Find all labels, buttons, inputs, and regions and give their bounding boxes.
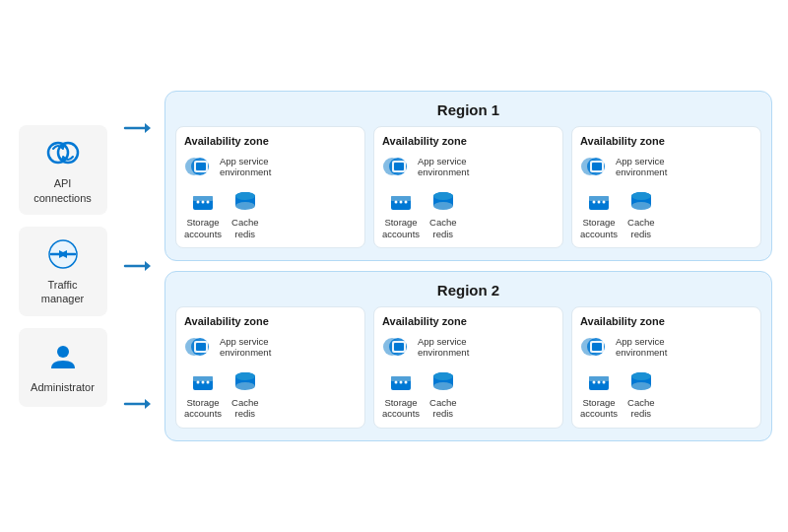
svg-point-35	[395, 201, 398, 204]
svg-point-92	[631, 382, 651, 390]
storage-item-1c: Storageaccounts	[580, 188, 618, 239]
cache-icon-1c	[628, 188, 654, 214]
zone-1a-bottom: Storageaccounts Cacheredis	[184, 188, 357, 239]
svg-point-62	[202, 381, 205, 384]
svg-rect-47	[589, 196, 609, 201]
svg-rect-71	[394, 343, 404, 351]
zone-2c-app-service-label: App serviceenvironment	[616, 336, 667, 359]
administrator-icon	[45, 339, 81, 374]
sidebar-item-traffic-manager: Trafficmanager	[19, 227, 107, 316]
svg-marker-11	[145, 123, 151, 133]
svg-point-80	[433, 372, 453, 380]
cache-item-2c: Cacheredis	[627, 368, 654, 420]
cache-label-2b: Cacheredis	[429, 397, 456, 420]
svg-rect-73	[391, 376, 411, 381]
svg-point-76	[405, 381, 408, 384]
zone-1b-app-service-label: App serviceenvironment	[418, 156, 469, 178]
storage-icon-2c	[586, 368, 612, 394]
storage-icon-2b	[388, 368, 414, 394]
svg-rect-32	[394, 163, 404, 170]
zone-1b-title: Availability zone	[382, 135, 555, 147]
svg-point-48	[593, 201, 596, 204]
zone-2c-bottom: Storageaccounts Cacheredis	[580, 368, 753, 420]
storage-item-2b: Storageaccounts	[382, 368, 420, 420]
storage-icon-1c	[586, 188, 612, 214]
zone-2a-top: App serviceenvironment	[184, 333, 357, 361]
zone-2a-bottom: Storageaccounts Cacheredis	[184, 368, 357, 420]
svg-point-41	[433, 192, 453, 200]
zone-1b: Availability zone App serviceenvironment	[373, 126, 563, 248]
sidebar: APIconnections Trafficmanager	[16, 125, 109, 406]
region1-zones: Availability zone App serviceenvironment	[175, 126, 761, 248]
svg-marker-15	[145, 399, 151, 409]
svg-point-75	[400, 381, 403, 384]
zone-2c: Availability zone App serviceenvironment	[571, 306, 761, 429]
zone-1b-bottom: Storageaccounts Cacheredis	[382, 188, 555, 239]
cache-item-1c: Cacheredis	[627, 188, 654, 239]
cache-icon-2a	[232, 368, 258, 394]
storage-label-1c: Storageaccounts	[580, 217, 618, 239]
app-service-icon-2a	[184, 333, 216, 361]
zone-2b-top: App serviceenvironment	[382, 333, 555, 361]
storage-icon-1b	[388, 188, 414, 214]
zone-1a-title: Availability zone	[184, 135, 357, 147]
app-service-icon-2b	[382, 333, 414, 361]
cache-icon-1b	[430, 188, 456, 214]
zone-2b-app-service-label: App serviceenvironment	[418, 336, 469, 359]
administrator-label: Administrator	[31, 380, 95, 394]
svg-rect-84	[592, 343, 602, 351]
region2-title: Region 2	[175, 282, 761, 299]
zone-1c-top: App serviceenvironment	[580, 153, 753, 180]
svg-rect-86	[589, 376, 609, 381]
storage-label-2c: Storageaccounts	[580, 397, 618, 420]
api-connections-label: APIconnections	[33, 176, 92, 205]
cache-label-1b: Cacheredis	[429, 217, 456, 239]
storage-label-1a: Storageaccounts	[184, 217, 222, 239]
cache-icon-2c	[628, 368, 654, 394]
cache-label-2c: Cacheredis	[627, 397, 654, 420]
zone-1c: Availability zone App serviceenvironment	[571, 126, 761, 248]
cache-item-2b: Cacheredis	[429, 368, 456, 420]
svg-point-61	[197, 381, 200, 384]
arrow-api	[123, 118, 151, 138]
zone-2b-bottom: Storageaccounts Cacheredis	[382, 368, 555, 420]
app-service-icon-1b	[382, 153, 414, 180]
region1-title: Region 1	[175, 101, 761, 118]
svg-rect-21	[193, 196, 213, 201]
zone-1c-app-service-label: App serviceenvironment	[616, 156, 667, 178]
app-service-icon-2c	[580, 333, 612, 361]
svg-point-49	[598, 201, 601, 204]
cache-label-2a: Cacheredis	[231, 397, 258, 420]
svg-point-22	[197, 201, 200, 204]
svg-point-79	[433, 382, 453, 390]
traffic-manager-label: Trafficmanager	[41, 278, 84, 306]
cache-item-1a: Cacheredis	[231, 188, 258, 239]
cache-label-1a: Cacheredis	[231, 217, 258, 239]
svg-point-37	[405, 201, 408, 204]
svg-point-63	[207, 381, 210, 384]
svg-rect-19	[196, 163, 206, 170]
traffic-manager-icon	[45, 236, 81, 272]
storage-label-2b: Storageaccounts	[382, 397, 420, 420]
zone-2b-title: Availability zone	[382, 315, 555, 327]
cache-icon-2b	[430, 368, 456, 394]
storage-icon-1a	[190, 188, 216, 214]
cache-icon-1a	[232, 188, 258, 214]
zone-2c-top: App serviceenvironment	[580, 333, 753, 361]
svg-point-53	[631, 202, 651, 210]
zone-1c-title: Availability zone	[580, 135, 753, 147]
svg-point-89	[603, 381, 606, 384]
zone-1a-app-service-label: App serviceenvironment	[220, 156, 271, 178]
cache-label-1c: Cacheredis	[627, 217, 654, 239]
storage-label-1b: Storageaccounts	[382, 217, 420, 239]
storage-item-2c: Storageaccounts	[580, 368, 618, 420]
svg-point-87	[593, 381, 596, 384]
svg-point-67	[235, 372, 255, 380]
zone-1c-bottom: Storageaccounts Cacheredis	[580, 188, 753, 239]
region2-box: Region 2 Availability zone App serviceen…	[164, 271, 772, 441]
zone-1b-top: App serviceenvironment	[382, 153, 555, 180]
storage-item-1a: Storageaccounts	[184, 188, 222, 239]
storage-icon-2a	[190, 368, 216, 394]
app-service-icon-1c	[580, 153, 612, 180]
svg-rect-58	[196, 343, 206, 351]
